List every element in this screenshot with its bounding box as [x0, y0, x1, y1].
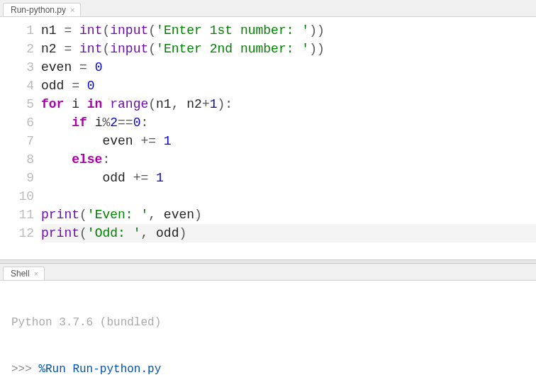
editor-panel: Run-python.py × 123456789101112 n1 = int… — [0, 0, 536, 259]
code-line[interactable]: for i in range(n1, n2+1): — [41, 95, 536, 113]
editor-tab-label: Run-python.py — [11, 5, 66, 15]
shell-panel: Shell × Python 3.7.6 (bundled) >>> %Run … — [0, 264, 536, 392]
line-number: 11 — [0, 206, 34, 224]
code-line[interactable]: n2 = int(input('Enter 2nd number: ')) — [41, 40, 536, 58]
line-number: 1 — [0, 21, 34, 40]
shell-tab-bar: Shell × — [0, 264, 536, 281]
editor-tab[interactable]: Run-python.py × — [3, 3, 81, 16]
code-line[interactable] — [41, 187, 536, 206]
line-number: 7 — [0, 132, 34, 150]
line-number: 12 — [0, 224, 34, 242]
shell-version: Python 3.7.6 (bundled) — [11, 315, 529, 330]
shell-tab-label: Shell — [11, 269, 30, 279]
code-line[interactable]: even = 0 — [41, 58, 536, 77]
shell-prompt-line: >>> %Run Run-python.py — [11, 362, 529, 377]
close-icon[interactable]: × — [34, 269, 38, 278]
code-line[interactable]: if i%2==0: — [41, 113, 536, 132]
code-line[interactable]: odd = 0 — [41, 77, 536, 95]
code-line[interactable]: print('Even: ', even) — [41, 206, 536, 224]
line-number: 6 — [0, 113, 34, 132]
line-number: 2 — [0, 40, 34, 58]
line-number: 9 — [0, 169, 34, 187]
line-number: 8 — [0, 150, 34, 169]
shell-tab[interactable]: Shell × — [3, 267, 45, 280]
line-number: 4 — [0, 77, 34, 95]
line-number: 5 — [0, 95, 34, 113]
close-icon[interactable]: × — [70, 6, 74, 14]
code-line[interactable]: print('Odd: ', odd) — [41, 224, 536, 242]
line-number: 3 — [0, 58, 34, 77]
editor-tab-bar: Run-python.py × — [0, 0, 536, 17]
line-number: 10 — [0, 187, 34, 206]
code-area[interactable]: n1 = int(input('Enter 1st number: '))n2 … — [41, 17, 536, 259]
line-number-gutter: 123456789101112 — [0, 17, 41, 259]
code-line[interactable]: n1 = int(input('Enter 1st number: ')) — [41, 21, 536, 40]
code-line[interactable]: even += 1 — [41, 132, 536, 150]
code-line[interactable]: odd += 1 — [41, 169, 536, 187]
shell-output[interactable]: Python 3.7.6 (bundled) >>> %Run Run-pyth… — [0, 281, 536, 392]
code-editor[interactable]: 123456789101112 n1 = int(input('Enter 1s… — [0, 17, 536, 259]
code-line[interactable]: else: — [41, 150, 536, 169]
